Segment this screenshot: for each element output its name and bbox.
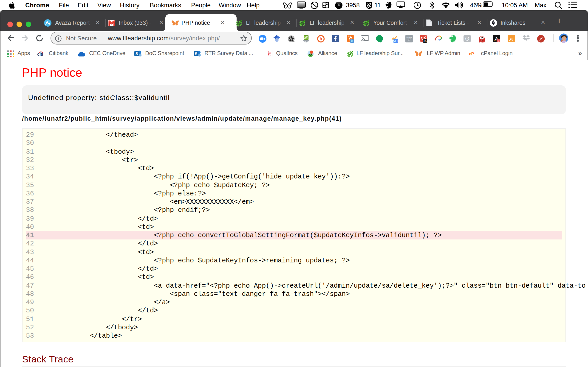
svg-text:G: G	[465, 36, 469, 42]
svg-text:OFF: OFF	[393, 40, 398, 42]
svg-text:S: S	[195, 51, 197, 56]
svg-text:b: b	[320, 36, 322, 42]
svg-text:citi: citi	[37, 52, 43, 56]
svg-text:35: 35	[424, 40, 427, 43]
svg-text:cP: cP	[469, 51, 474, 56]
svg-text:8: 8	[351, 40, 353, 43]
svg-text:S: S	[136, 51, 138, 56]
svg-text:9: 9	[498, 40, 499, 42]
svg-text:TinEye: TinEye	[406, 36, 412, 39]
